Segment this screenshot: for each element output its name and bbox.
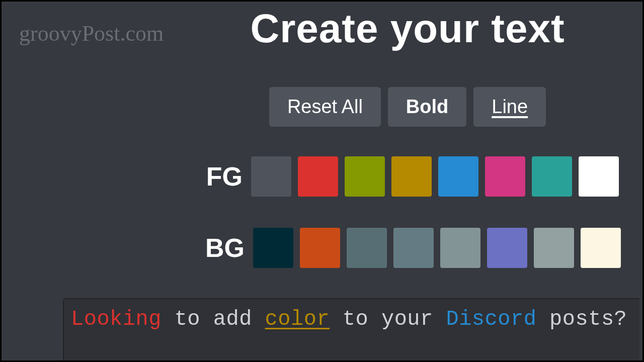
bold-button[interactable]: Bold [388,87,466,127]
editor-span: to add [162,307,265,331]
bg-swatch-slate2[interactable] [393,228,434,268]
fg-swatch-white[interactable] [579,156,619,197]
editor-span: to your [330,307,446,331]
fg-label: FG [205,161,243,192]
page-title: Create your text [2,6,642,52]
bg-swatch-violet[interactable] [487,228,527,268]
bg-swatch-darkteal[interactable] [253,228,293,268]
bg-swatch-slate3[interactable] [440,228,480,268]
bg-row: BG [2,228,642,268]
bg-label: BG [205,233,245,263]
toolbar: Reset All Bold Line [2,87,642,127]
editor-span: Discord [446,307,536,331]
text-editor[interactable]: Looking to add color to your Discord pos… [63,298,639,360]
fg-swatch-yellow[interactable] [391,156,432,197]
fg-swatch-pink[interactable] [485,156,525,197]
editor-span: color [265,307,330,331]
bg-swatch-slate4[interactable] [534,228,574,268]
line-button[interactable]: Line [473,87,546,127]
editor-span: posts? [536,307,627,331]
editor-span: Looking [71,307,162,331]
fg-swatch-teal[interactable] [532,156,572,197]
fg-swatch-red[interactable] [298,156,338,197]
bg-swatch-orange[interactable] [300,228,340,268]
fg-swatch-blue[interactable] [438,156,478,197]
reset-all-button[interactable]: Reset All [269,87,381,127]
fg-swatch-gray[interactable] [251,156,291,197]
fg-row: FG [2,156,642,197]
bg-swatch-cream[interactable] [581,228,621,268]
fg-swatch-green[interactable] [345,156,385,197]
bg-swatch-slate1[interactable] [347,228,387,268]
